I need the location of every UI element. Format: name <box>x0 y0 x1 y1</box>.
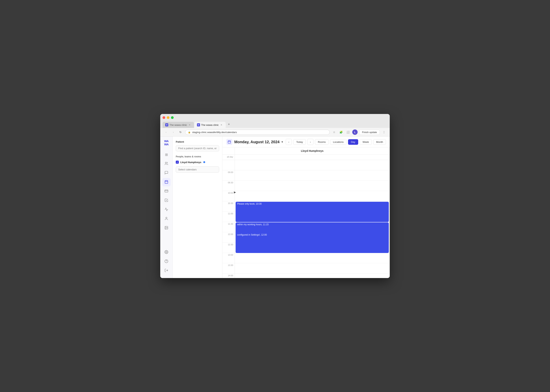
help-icon <box>164 259 168 264</box>
tab-1[interactable]: W The wawa clinic ✕ <box>163 122 194 128</box>
sidebar-bottom <box>162 248 171 275</box>
sidebar-item-messages[interactable] <box>162 169 171 177</box>
close-button[interactable] <box>163 116 165 119</box>
status-dot <box>203 161 205 163</box>
slot-empty-top <box>235 160 390 170</box>
billing-icon <box>164 189 168 194</box>
event-title-3: configured in Settings!, 12:00 <box>237 233 267 236</box>
tasks-icon <box>164 198 168 203</box>
messages-icon <box>164 171 168 175</box>
reload-button[interactable]: ↻ <box>178 129 183 135</box>
bookmark-icon[interactable]: ☆ <box>332 129 337 135</box>
person-checkbox[interactable]: ✓ <box>176 161 179 164</box>
slot-1400[interactable] <box>235 274 390 278</box>
day-col-header: Lloyd Humphreys <box>235 147 390 154</box>
sidebar-item-reports[interactable] <box>162 206 171 214</box>
event-title-2: within my working hours, 11:15 <box>237 223 269 226</box>
menu-icon[interactable]: ⋮ <box>381 129 387 135</box>
slot-1330[interactable] <box>235 263 390 274</box>
calendar-header: Monday, August 12, 2024 ▾ ‹ Today › Room… <box>223 137 390 147</box>
select-calendars-input[interactable] <box>176 166 219 173</box>
calendar-icon <box>164 180 168 185</box>
time-slot-0930: 09:30 <box>223 181 235 191</box>
sidebar-item-settings[interactable] <box>162 248 171 257</box>
sidebar-item-tasks[interactable] <box>162 196 171 205</box>
locations-view-button[interactable]: Locations <box>330 139 347 145</box>
week-view-button[interactable]: Week <box>360 139 372 145</box>
event-configured-settings[interactable]: configured in Settings!, 12:00 <box>236 233 389 253</box>
tab-close-1[interactable]: ✕ <box>188 123 191 126</box>
profile-icon[interactable]: L <box>352 129 358 135</box>
minimize-button[interactable] <box>167 116 169 119</box>
reports-icon <box>164 208 168 212</box>
sidebar-item-logout[interactable] <box>162 266 171 275</box>
tab-favicon-2: W <box>197 123 200 126</box>
all-day-row: all-day <box>223 154 390 160</box>
time-slot-1230: 12:30 <box>223 243 235 253</box>
person-name: Lloyd Humphreys <box>180 161 201 164</box>
maximize-button[interactable] <box>171 116 174 119</box>
app-container: WAWA ⊞ <box>160 137 390 278</box>
forward-button[interactable]: › <box>171 129 176 135</box>
calendar-person-lloyd[interactable]: ✓ Lloyd Humphreys <box>176 160 219 164</box>
back-button[interactable]: ‹ <box>163 129 169 135</box>
sidebar-item-billing[interactable] <box>162 187 171 196</box>
url-bar[interactable]: 🔒 staging-clinic.wawafertility.dev/calen… <box>185 130 330 135</box>
sidebar-item-media[interactable] <box>162 224 171 232</box>
today-button[interactable]: Today <box>293 139 306 145</box>
tab-label-1: The wawa clinic <box>169 124 187 126</box>
month-view-button[interactable]: Month <box>373 139 386 145</box>
browser-chrome: W The wawa clinic ✕ W The wawa clinic ✕ … <box>160 114 390 128</box>
time-slot-1200: 12:00 <box>223 232 235 243</box>
dashboard-icon: ⊞ <box>165 153 168 157</box>
date-chevron-icon[interactable]: ▾ <box>281 140 283 143</box>
slot-0900[interactable] <box>235 170 390 181</box>
sidebar-item-contacts[interactable] <box>162 215 171 223</box>
tab-close-2[interactable]: ✕ <box>220 123 223 126</box>
sidebar-item-help[interactable] <box>162 257 171 266</box>
patient-section-label: Patient <box>176 140 219 143</box>
patient-search-input[interactable] <box>176 145 219 151</box>
logo: WAWA <box>164 140 168 146</box>
slot-0930[interactable] <box>235 181 390 191</box>
calendar-body: ▶ 09:00 09:30 10:00 10:30 11:00 11:30 12… <box>223 160 390 278</box>
event-title-1: Please only book, 10:30 <box>237 203 262 205</box>
settings-icon <box>164 250 168 255</box>
sidebar-item-patients[interactable] <box>162 160 171 168</box>
event-please-only-book[interactable]: Please only book, 10:30 <box>236 202 389 222</box>
time-slot-1030: 10:30 <box>223 201 235 212</box>
next-day-button[interactable]: › <box>307 139 313 145</box>
screenshot-icon[interactable]: ⬜ <box>345 129 351 135</box>
lock-icon: 🔒 <box>188 131 191 133</box>
finish-update-button[interactable]: Finish update <box>359 130 380 135</box>
all-day-label: all-day <box>223 154 235 160</box>
tabs-bar: W The wawa clinic ✕ W The wawa clinic ✕ … <box>163 121 387 128</box>
svg-rect-1 <box>165 181 168 183</box>
left-panel: Patient People, teams & rooms ✓ Lloyd Hu… <box>173 137 223 278</box>
sidebar-item-dashboard[interactable]: ⊞ <box>162 150 171 159</box>
slot-1115[interactable]: within my working hours, 11:15 <box>235 222 390 232</box>
svg-point-0 <box>165 162 167 163</box>
slot-1000[interactable] <box>235 191 390 201</box>
rooms-view-button[interactable]: Rooms <box>315 139 328 145</box>
grid-header: Lloyd Humphreys <box>223 147 390 154</box>
traffic-lights <box>163 116 387 119</box>
url-text: staging-clinic.wawafertility.dev/calenda… <box>192 131 237 134</box>
sidebar: WAWA ⊞ <box>160 137 173 278</box>
sidebar-item-calendar[interactable] <box>162 178 171 186</box>
address-actions: ☆ 🧩 ⬜ L Finish update ⋮ <box>332 129 387 135</box>
day-view-button[interactable]: Day <box>348 139 358 145</box>
slot-1300[interactable] <box>235 253 390 263</box>
time-slot-1400: 14:00 <box>223 274 235 278</box>
people-section-label: People, teams & rooms <box>176 155 219 158</box>
patients-icon <box>164 161 168 166</box>
collapse-panel-arrow[interactable]: ▶ <box>234 191 236 194</box>
new-tab-button[interactable]: + <box>226 121 232 128</box>
calendar-grid: Lloyd Humphreys all-day ▶ 09:0 <box>223 147 390 278</box>
prev-day-button[interactable]: ‹ <box>286 139 292 145</box>
svg-rect-5 <box>165 190 168 192</box>
slot-1030[interactable]: Please only book, 10:30 <box>235 201 390 212</box>
tab-2[interactable]: W The wawa clinic ✕ <box>194 122 226 128</box>
extensions-icon[interactable]: 🧩 <box>339 129 344 135</box>
slot-1200[interactable]: configured in Settings!, 12:00 <box>235 232 390 243</box>
